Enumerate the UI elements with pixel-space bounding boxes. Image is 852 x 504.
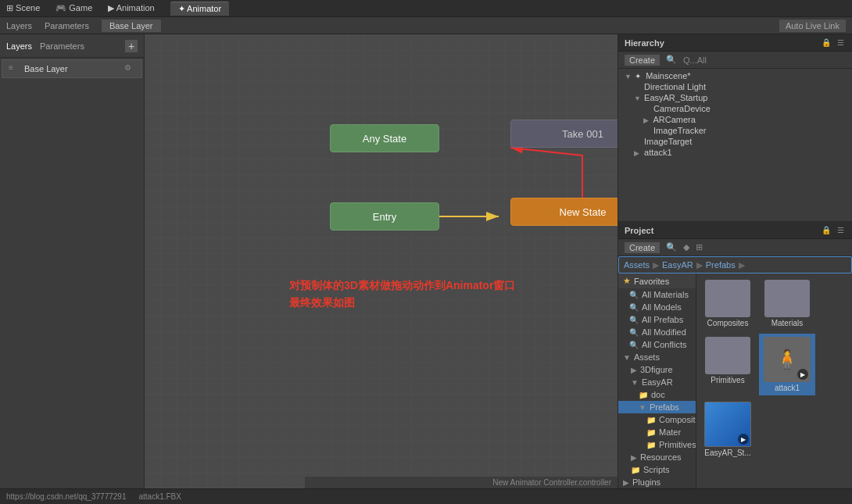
- fav-prefabs-label: All Prefabs: [642, 315, 683, 324]
- asset-folder-prefabs[interactable]: ▼ Prefabs: [618, 401, 696, 413]
- parameters-tab-btn[interactable]: Parameters: [40, 41, 84, 51]
- breadcrumb-easyar[interactable]: EasyAR: [662, 260, 693, 270]
- tree-item-mainscene[interactable]: ▼ ✦ Mainscene*: [618, 70, 852, 81]
- layers-tab-btn[interactable]: Layers: [6, 41, 32, 51]
- layer-settings-icon[interactable]: ⚙: [124, 63, 135, 74]
- asset-folder-mater[interactable]: 📁 Mater: [618, 426, 696, 438]
- take001-node[interactable]: Take 001: [510, 120, 618, 148]
- url-bar: https://blog.csdn.net/qq_37777291 attack…: [0, 488, 852, 504]
- asset-folder-plugins[interactable]: ▶ Plugins: [618, 476, 696, 488]
- new-state-node[interactable]: New State: [510, 198, 618, 226]
- file-item-composites[interactable]: Composites: [700, 277, 756, 331]
- entry-label: Entry: [373, 211, 396, 223]
- project-tree: ★ Favorites 🔍 All Materials 🔍 All Models: [618, 273, 696, 488]
- attack1-play-btn[interactable]: ▶: [797, 369, 808, 380]
- project-view-icon[interactable]: ⊞: [696, 242, 703, 252]
- animator-left-panel: Layers Parameters + ≡ Base Layer ⚙: [0, 34, 145, 488]
- project-toolbar: Create 🔍 ◆ ⊞: [618, 239, 852, 256]
- fav-item-prefabs[interactable]: 🔍 All Prefabs: [618, 313, 696, 326]
- asset-folder-doc[interactable]: 📁 doc: [618, 388, 696, 401]
- doc-label: doc: [651, 390, 665, 399]
- file-item-easyar-cube[interactable]: ▶ EasyAR_St...: [700, 399, 756, 460]
- a1-label: attack1: [644, 148, 671, 157]
- animator-status-bar: New Animator Controller.controller: [305, 477, 618, 488]
- cd-label: CameraDevice: [653, 104, 711, 113]
- animation-menu[interactable]: ▶ Animation: [108, 3, 154, 13]
- materials-label: Materials: [771, 319, 804, 327]
- hierarchy-search-icon[interactable]: 🔍: [666, 55, 677, 65]
- project-filter-icon[interactable]: ◆: [683, 242, 689, 252]
- asset-folder-scripts[interactable]: 📁 Scripts: [618, 463, 696, 476]
- project-menu-icon[interactable]: ☰: [836, 226, 846, 234]
- asset-folder-3dfigure[interactable]: ▶ 3Dfigure: [618, 363, 696, 376]
- base-layer-breadcrumb: Base Layer: [102, 20, 161, 32]
- any-state-node[interactable]: Any State: [330, 124, 439, 152]
- main-content: Layers Parameters + ≡ Base Layer ⚙: [0, 34, 852, 488]
- composites-folder-icon: [705, 280, 750, 317]
- file-item-attack1[interactable]: 🧍 ▶ attack1: [759, 334, 815, 395]
- primitives-label: Primitives: [711, 376, 744, 384]
- animator-canvas: Any State Entry Take 001 New State 对预制体的…: [145, 34, 618, 488]
- scene-menu[interactable]: ⊞ Scene: [6, 3, 40, 13]
- arc-arrow: ▶: [643, 116, 651, 124]
- add-layer-btn[interactable]: +: [125, 40, 138, 52]
- game-menu[interactable]: 🎮 Game: [55, 3, 92, 13]
- fav-item-materials[interactable]: 🔍 All Materials: [618, 288, 696, 301]
- tree-item-imagetarget[interactable]: ImageTarget: [618, 136, 852, 147]
- hierarchy-menu-icon[interactable]: ☰: [836, 38, 846, 47]
- annotation-line1: 对预制体的3D素材做拖动动作到Animator窗口: [289, 277, 515, 294]
- project-file-grid: Composites Materials Primitives: [696, 273, 852, 488]
- auto-live-link-btn[interactable]: Auto Live Link: [779, 20, 846, 32]
- fav-search-icon-pre: 🔍: [629, 316, 639, 324]
- tree-item-camera-device[interactable]: CameraDevice: [618, 103, 852, 114]
- asset-folder-assets[interactable]: ▼ Assets: [618, 351, 696, 363]
- fav-item-models[interactable]: 🔍 All Models: [618, 301, 696, 313]
- fav-item-conflicts[interactable]: 🔍 All Conflicts: [618, 338, 696, 351]
- fav-search-icon-con: 🔍: [629, 341, 639, 349]
- breadcrumb-prefabs[interactable]: Prefabs: [706, 260, 736, 270]
- it-label: ImageTracker: [653, 126, 706, 135]
- file-item-materials[interactable]: Materials: [759, 277, 815, 331]
- fav-item-modified[interactable]: 🔍 All Modified: [618, 326, 696, 338]
- asset-folder-resources[interactable]: ▶ Resources: [618, 451, 696, 463]
- file-text: attack1.FBX: [138, 492, 181, 501]
- project-lock-icon[interactable]: 🔒: [820, 226, 832, 234]
- mat-icon: 📁: [646, 428, 656, 437]
- tree-item-arcamera[interactable]: ▶ ARCamera: [618, 114, 852, 125]
- project-search-icon[interactable]: 🔍: [666, 242, 677, 252]
- prefabs-label: Prefabs: [650, 402, 679, 412]
- hierarchy-lock-icon[interactable]: 🔒: [820, 38, 832, 47]
- tree-item-easyar-startup[interactable]: ▼ EasyAR_Startup: [618, 92, 852, 103]
- fav-conflicts-label: All Conflicts: [642, 340, 686, 349]
- scr-icon: 📁: [631, 466, 640, 474]
- easyar-play-btn[interactable]: ▶: [738, 434, 749, 445]
- tree-item-attack1[interactable]: ▶ attack1: [618, 147, 852, 158]
- mainscene-arrow: ▼: [625, 73, 632, 80]
- animator-tab[interactable]: ✦ Animator: [170, 2, 229, 16]
- breadcrumb-sep3: ▶: [739, 260, 745, 270]
- mat-label: Mater: [659, 427, 681, 437]
- take001-label: Take 001: [562, 128, 603, 140]
- project-create-btn[interactable]: Create: [625, 242, 660, 253]
- assets-root-label: Assets: [634, 352, 660, 362]
- res-arrow: ▶: [631, 453, 637, 462]
- asset-folder-composites[interactable]: 📁 Composites: [618, 413, 696, 426]
- right-panel: Hierarchy 🔒 ☰ Create 🔍 Q...All ▼ ✦ Main: [618, 34, 852, 488]
- parameters-tab[interactable]: Parameters: [45, 21, 89, 30]
- character-icon: 🧍: [775, 349, 799, 370]
- a1-arrow: ▶: [634, 149, 642, 157]
- tree-item-imagetracker[interactable]: ImageTracker: [618, 125, 852, 136]
- hierarchy-create-btn[interactable]: Create: [625, 55, 660, 66]
- asset-folder-easyar[interactable]: ▼ EasyAR: [618, 376, 696, 388]
- file-item-primitives[interactable]: Primitives: [700, 334, 756, 395]
- scr-label: Scripts: [643, 465, 670, 474]
- layers-tab[interactable]: Layers: [6, 21, 32, 30]
- asset-folder-primitives[interactable]: 📁 Primitives: [618, 438, 696, 451]
- tree-item-directional-light[interactable]: Directional Light: [618, 81, 852, 92]
- base-layer-item[interactable]: ≡ Base Layer ⚙: [2, 59, 142, 78]
- ear-arrow: ▼: [631, 378, 639, 387]
- breadcrumb-assets[interactable]: Assets: [624, 260, 650, 270]
- entry-node[interactable]: Entry: [330, 202, 439, 231]
- hierarchy-panel: Hierarchy 🔒 ☰ Create 🔍 Q...All ▼ ✦ Main: [618, 34, 852, 222]
- breadcrumb-sep2: ▶: [696, 260, 703, 270]
